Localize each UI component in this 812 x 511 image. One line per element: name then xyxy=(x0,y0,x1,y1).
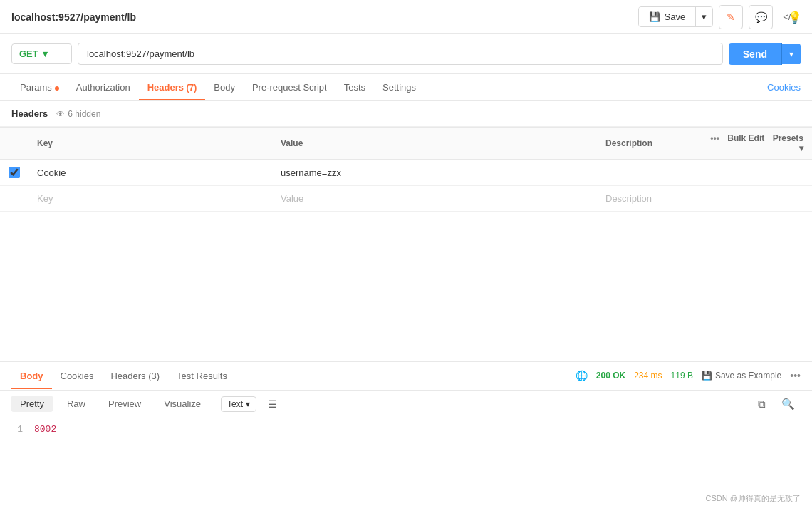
row-actions-cell xyxy=(698,160,812,186)
resp-tab-headers[interactable]: Headers (3) xyxy=(102,363,168,388)
size-value: 119 B xyxy=(671,371,693,381)
col-key-header: Key xyxy=(28,128,272,160)
save-example-disk-icon: 💾 xyxy=(702,371,712,381)
row-desc-cell xyxy=(597,160,698,186)
more-options-icon[interactable]: ••• xyxy=(710,133,719,143)
tab-authorization[interactable]: Authorization xyxy=(68,75,139,100)
headers-section: Headers 👁 6 hidden xyxy=(0,101,812,127)
time-value: 234 ms xyxy=(634,371,662,381)
lightbulb-button[interactable]: 💡 xyxy=(784,6,806,29)
search-button[interactable]: 🔍 xyxy=(776,395,801,413)
col-desc-header: Description xyxy=(597,128,698,160)
status-badge: 200 OK xyxy=(596,371,625,381)
params-dot-badge xyxy=(55,86,59,91)
empty-value-cell[interactable]: Value xyxy=(272,186,597,212)
url-bar: GET ▾ Send ▾ xyxy=(0,34,812,74)
resp-tab-test-results[interactable]: Test Results xyxy=(168,363,236,388)
page-title: localhost:9527/payment/lb xyxy=(11,11,136,23)
comment-button[interactable]: 💬 xyxy=(749,5,773,29)
method-chevron-icon: ▾ xyxy=(43,48,48,59)
response-tabs-bar: Body Cookies Headers (3) Test Results 🌐 … xyxy=(0,362,812,391)
col-value-header: Value xyxy=(272,128,597,160)
filter-icon: ☰ xyxy=(268,398,277,410)
table-row: Cookie username=zzx xyxy=(0,160,812,186)
request-tabs: Params Authorization Headers (7) Body Pr… xyxy=(0,74,812,101)
search-icon: 🔍 xyxy=(781,398,795,410)
row-checkbox[interactable] xyxy=(9,167,20,178)
table-row-empty: Key Value Description xyxy=(0,186,812,212)
empty-checkbox-cell xyxy=(0,186,28,212)
response-panel: Body Cookies Headers (3) Test Results 🌐 … xyxy=(0,361,812,512)
cookies-link[interactable]: Cookies xyxy=(767,82,801,93)
headers-label: Headers xyxy=(11,108,48,119)
line-number: 1 xyxy=(11,424,23,435)
app-container: localhost:9527/payment/lb 💾 Save ▾ ✎ 💬 <… xyxy=(0,0,812,511)
save-button-group: 💾 Save ▾ xyxy=(638,6,714,27)
save-example-button[interactable]: 💾 Save as Example xyxy=(702,371,781,381)
globe-icon: 🌐 xyxy=(576,370,588,381)
filter-button[interactable]: ☰ xyxy=(262,396,283,413)
copy-icon: ⧉ xyxy=(758,398,766,410)
response-content: 1 8002 xyxy=(0,418,812,440)
save-dropdown-button[interactable]: ▾ xyxy=(696,7,712,26)
code-value: 8002 xyxy=(34,424,56,435)
row-key-cell: Cookie xyxy=(28,160,272,186)
tab-pre-request[interactable]: Pre-request Script xyxy=(244,75,335,100)
edit-button[interactable]: ✎ xyxy=(719,5,743,29)
tab-headers[interactable]: Headers (7) xyxy=(139,75,206,100)
method-select[interactable]: GET ▾ xyxy=(11,43,72,64)
text-type-select[interactable]: Text ▾ xyxy=(221,396,256,412)
lightbulb-icon: 💡 xyxy=(788,11,802,24)
method-label: GET xyxy=(19,48,38,59)
response-meta: 🌐 200 OK 234 ms 119 B 💾 Save as Example … xyxy=(576,370,801,381)
watermark: CSDN @帅得真的是无敌了 xyxy=(706,493,801,504)
empty-desc-cell[interactable]: Description xyxy=(597,186,698,212)
format-right-icons: ⧉ 🔍 xyxy=(752,395,801,413)
send-button-group: Send ▾ xyxy=(729,43,801,65)
col-actions-header: ••• Bulk Edit Presets ▾ xyxy=(698,128,812,160)
top-bar-actions: 💾 Save ▾ ✎ 💬 </> xyxy=(638,5,801,29)
tab-body[interactable]: Body xyxy=(205,75,244,100)
copy-button[interactable]: ⧉ xyxy=(752,395,771,413)
resp-tab-cookies[interactable]: Cookies xyxy=(52,363,103,388)
top-bar: localhost:9527/payment/lb 💾 Save ▾ ✎ 💬 <… xyxy=(0,0,812,34)
headers-table: Key Value Description ••• Bulk Edit Pres… xyxy=(0,127,812,212)
format-preview[interactable]: Preview xyxy=(100,396,150,412)
presets-button[interactable]: Presets ▾ xyxy=(773,133,803,153)
hidden-badge: 👁 6 hidden xyxy=(56,109,100,119)
format-raw[interactable]: Raw xyxy=(58,396,94,412)
save-disk-icon: 💾 xyxy=(649,11,660,22)
row-checkbox-cell xyxy=(0,160,28,186)
empty-key-cell[interactable]: Key xyxy=(28,186,272,212)
tab-tests[interactable]: Tests xyxy=(335,75,374,100)
url-input[interactable] xyxy=(78,43,723,65)
send-button[interactable]: Send xyxy=(729,43,782,65)
tab-settings[interactable]: Settings xyxy=(374,75,425,100)
bulk-edit-button[interactable]: Bulk Edit xyxy=(727,133,764,143)
save-button[interactable]: 💾 Save xyxy=(639,7,697,26)
format-pretty[interactable]: Pretty xyxy=(11,396,53,412)
eye-icon: 👁 xyxy=(56,109,65,119)
resp-tab-body[interactable]: Body xyxy=(11,363,52,388)
headers-table-container: Key Value Description ••• Bulk Edit Pres… xyxy=(0,127,812,212)
text-type-chevron-icon: ▾ xyxy=(246,399,250,409)
comment-icon: 💬 xyxy=(755,11,767,23)
response-more-icon[interactable]: ••• xyxy=(790,370,801,381)
row-value-cell: username=zzx xyxy=(272,160,597,186)
send-dropdown-button[interactable]: ▾ xyxy=(782,44,801,64)
format-visualize[interactable]: Visualize xyxy=(155,396,209,412)
tab-params[interactable]: Params xyxy=(11,75,68,100)
request-spacer xyxy=(0,212,812,361)
pencil-icon: ✎ xyxy=(727,11,735,23)
col-check-header xyxy=(0,128,28,160)
format-bar: Pretty Raw Preview Visualize Text ▾ ☰ ⧉ xyxy=(0,391,812,418)
